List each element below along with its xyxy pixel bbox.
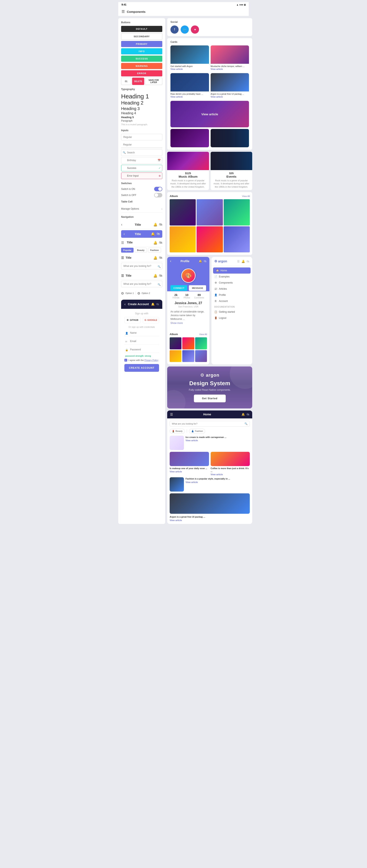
home-bell-icon[interactable]: 🔔 [242, 413, 245, 416]
menu-icon-4[interactable]: ☰ [121, 256, 124, 260]
table-cell-row[interactable]: Manage Options › [121, 205, 162, 213]
btn-save-later[interactable]: SAVE FOR LATER [145, 78, 162, 85]
profile-thumb-5[interactable] [182, 350, 194, 362]
home-search-input[interactable] [172, 423, 245, 425]
bag-icon-5[interactable]: 🛍 [159, 274, 162, 278]
sidebar-item-logout[interactable]: 🚪 Logout [211, 315, 252, 321]
sidebar-item-account[interactable]: 🗓 Account [211, 298, 252, 304]
card-1-link[interactable]: View article [170, 68, 209, 70]
btn-success[interactable]: SUCCESS [121, 56, 162, 62]
home-bag-icon[interactable]: 🛍 [247, 413, 249, 416]
twitter-icon[interactable]: 🐦 [181, 26, 189, 34]
album-thumb-2[interactable] [197, 199, 223, 225]
create-account-btn[interactable]: CREATE ACCOUNT [124, 364, 159, 372]
sidebar-item-examples[interactable]: 📄 Examples [211, 274, 252, 280]
switch-on-toggle[interactable] [154, 187, 162, 191]
article-link-3[interactable]: View article [210, 473, 250, 476]
email-field[interactable] [124, 338, 159, 344]
btn-info[interactable]: INFO [121, 48, 162, 54]
home-menu-icon[interactable]: ☰ [170, 412, 173, 416]
tab-fashion[interactable]: Fashion [148, 248, 161, 253]
search-input[interactable] [121, 149, 162, 156]
get-started-btn[interactable]: Get Started [194, 395, 226, 402]
sidebar-item-home[interactable]: 🏠 Home [213, 268, 251, 274]
card-3-link[interactable]: View article [170, 96, 209, 98]
bag-icon-2[interactable]: 🛍 [157, 232, 160, 236]
nav-search-field-2[interactable] [121, 281, 162, 287]
connect-btn[interactable]: CONNECT [170, 285, 187, 291]
btn-delete[interactable]: DELETE [132, 78, 144, 85]
card-large-link[interactable]: View article [170, 101, 249, 127]
sidebar-item-profile[interactable]: 👤 Profile [211, 292, 252, 298]
btn-error[interactable]: ERROR [121, 70, 162, 76]
tab-popular[interactable]: Popular [121, 248, 134, 253]
back-icon-2[interactable]: ‹ [123, 232, 125, 236]
article-link-5[interactable]: View article [170, 519, 250, 522]
password-field[interactable] [124, 346, 159, 353]
bag-icon-3[interactable]: 🛍 [159, 241, 162, 245]
album-thumb-6[interactable] [224, 226, 250, 252]
birthday-input[interactable] [121, 157, 162, 163]
card-2-link[interactable]: View article [210, 68, 249, 70]
back-icon-1[interactable]: ‹ [121, 222, 122, 227]
bell-icon-5[interactable]: 🔔 [153, 274, 158, 278]
privacy-checkbox[interactable]: ✓ [124, 359, 127, 362]
bell-icon-4[interactable]: 🔔 [153, 256, 158, 260]
bell-icon-3[interactable]: 🔔 [153, 241, 158, 245]
bag-icon-1[interactable]: 🛍 [159, 223, 162, 226]
album-thumb-4[interactable] [170, 226, 196, 252]
btn-secondary[interactable]: SECONDARY [121, 33, 162, 40]
album-thumb-3[interactable] [224, 199, 250, 225]
facebook-icon[interactable]: f [170, 26, 178, 34]
sidebar-item-getting-started[interactable]: 📋 Getting started [211, 309, 252, 315]
album-thumb-5[interactable] [197, 226, 223, 252]
name-field[interactable] [124, 330, 159, 336]
bell-icon-2[interactable]: 🔔 [151, 232, 155, 236]
regular-input-2[interactable] [121, 142, 162, 148]
sidebar-bell-icon[interactable]: 🔔 [242, 260, 245, 263]
btn-warning[interactable]: WARNING [121, 63, 162, 69]
article-link-1[interactable]: View article [186, 439, 227, 442]
menu-icon[interactable]: ☰ [121, 9, 125, 14]
sidebar-item-articles[interactable]: 📰 Articles [211, 286, 252, 292]
menu-icon-5[interactable]: ☰ [121, 274, 124, 278]
error-input[interactable] [121, 173, 162, 179]
privacy-link[interactable]: Privacy Policy [144, 359, 158, 361]
profile-thumb-1[interactable] [170, 337, 181, 349]
profile-thumb-4[interactable] [170, 350, 181, 362]
profile-thumb-6[interactable] [195, 350, 207, 362]
back-icon-create[interactable]: ‹ [124, 302, 125, 306]
profile-thumb-3[interactable] [195, 337, 207, 349]
profile-album-view-all[interactable]: View All [199, 333, 207, 336]
article-link-4[interactable]: View article [186, 481, 230, 484]
back-icon-profile[interactable]: ‹ [170, 259, 171, 263]
home-tab-beauty[interactable]: 💄 Beauty [170, 429, 185, 434]
show-more-link[interactable]: Show more [170, 322, 206, 324]
card-4-link[interactable]: View article [210, 96, 249, 98]
github-btn[interactable]: ⚙ GITHUB [124, 317, 141, 323]
album-view-all[interactable]: View All [242, 195, 250, 197]
switch-off-toggle[interactable] [154, 193, 162, 197]
instagram-icon[interactable]: ✦ [191, 26, 199, 34]
bell-icon-profile[interactable]: 🔔 [199, 259, 202, 263]
btn-primary[interactable]: PRIMARY [121, 41, 162, 47]
bell-icon-1[interactable]: 🔔 [153, 223, 158, 226]
sidebar-bag-icon[interactable]: 🛍 [247, 260, 249, 263]
bag-icon-profile[interactable]: 🛍 [204, 259, 206, 263]
success-input[interactable] [121, 165, 162, 171]
btn-default[interactable]: DEFAULT [121, 26, 162, 32]
bag-icon-4[interactable]: 🛍 [159, 256, 162, 260]
regular-input-1[interactable] [121, 134, 162, 141]
profile-thumb-2[interactable] [182, 337, 194, 349]
sidebar-item-components[interactable]: ⚙ Components [211, 280, 252, 286]
article-link-2[interactable]: View article [170, 470, 209, 473]
bag-icon-create[interactable]: 🛍 [156, 303, 159, 306]
tab-beauty[interactable]: Beauty [135, 248, 147, 253]
bell-icon-create[interactable]: 🔔 [151, 303, 154, 306]
message-btn[interactable]: MESSAGE [189, 285, 206, 291]
google-btn[interactable]: G GOOGLE [143, 317, 159, 323]
btn-num-select[interactable]: 01 [121, 78, 131, 85]
sidebar-menu-icon[interactable]: ☰ [237, 260, 240, 263]
home-tab-fashion[interactable]: 👗 Fashion [189, 429, 205, 434]
album-thumb-1[interactable] [170, 199, 196, 225]
